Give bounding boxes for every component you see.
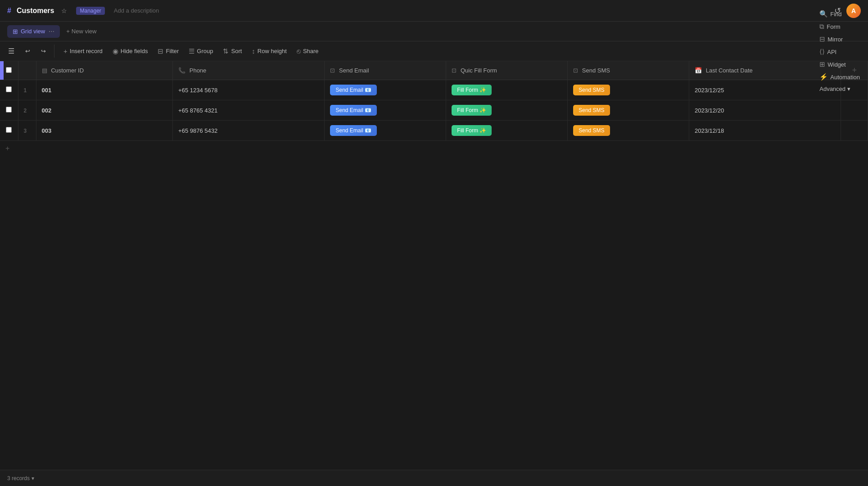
tab-options-icon[interactable]: ⋯	[49, 28, 54, 35]
table-row: 1 001 +65 1234 5678 Send Email 📧 Fill Fo…	[0, 80, 868, 100]
form-button[interactable]: ⧉ Form	[815, 20, 845, 33]
table-wrapper: ▤ Customer ID 📞 Phone ⊡ Send Email ⊡ Qui…	[0, 61, 868, 470]
col-header-send-sms[interactable]: ⊡ Send SMS	[568, 61, 689, 80]
col-header-phone[interactable]: 📞 Phone	[173, 61, 325, 80]
customer-id-col-icon: ▤	[42, 67, 47, 74]
advanced-chevron-icon: ▾	[847, 86, 850, 92]
row-checkbox-cell[interactable]	[0, 121, 18, 141]
advanced-button[interactable]: Advanced ▾	[815, 83, 864, 94]
mirror-button[interactable]: ⊟ Mirror	[815, 33, 847, 45]
row-height-button[interactable]: ↕ Row height	[247, 45, 291, 57]
send-sms-cell[interactable]: Send SMS	[568, 121, 689, 141]
col-header-customer-id[interactable]: ▤ Customer ID	[36, 61, 173, 80]
find-icon: 🔍	[819, 10, 828, 18]
checkbox-header[interactable]	[0, 61, 18, 80]
grid-view-icon: ⊞	[13, 28, 18, 35]
col-header-last-contact[interactable]: 📅 Last Contact Date	[689, 61, 841, 80]
select-all-checkbox[interactable]	[6, 67, 12, 73]
send-sms-button[interactable]: Send SMS	[573, 125, 610, 136]
grid-view-tab[interactable]: ⊞ Grid view ⋯	[7, 25, 60, 38]
main-table: ▤ Customer ID 📞 Phone ⊡ Send Email ⊡ Qui…	[0, 61, 868, 141]
mirror-label: Mirror	[827, 36, 843, 43]
phone-col-label: Phone	[190, 67, 207, 74]
row-checkbox-cell[interactable]	[0, 80, 18, 100]
table-body: 1 001 +65 1234 5678 Send Email 📧 Fill Fo…	[0, 80, 868, 141]
send-email-col-label: Send Email	[339, 67, 369, 74]
add-column-icon[interactable]: +	[846, 66, 862, 75]
insert-record-button[interactable]: + Insert record	[59, 45, 107, 57]
star-icon[interactable]: ☆	[61, 7, 67, 14]
col-header-fill-form[interactable]: ⊡ Quic Fill Form	[446, 61, 568, 80]
add-row-button[interactable]: +	[0, 141, 868, 156]
group-icon: ☰	[189, 47, 194, 55]
records-count-label: 3 records	[7, 475, 30, 482]
last-contact-value: 2023/12/18	[695, 127, 724, 134]
row-checkbox[interactable]	[6, 86, 12, 92]
insert-icon: +	[63, 47, 68, 55]
add-column-header[interactable]: +	[841, 61, 868, 80]
customer-id-value: 003	[42, 127, 52, 134]
bottom-bar: 3 records ▾	[0, 470, 868, 486]
add-description[interactable]: Add a description	[114, 7, 159, 14]
manager-badge: Manager	[76, 7, 104, 15]
row-number: 1	[24, 87, 27, 94]
new-view-button[interactable]: + New view	[62, 25, 101, 37]
send-sms-cell[interactable]: Send SMS	[568, 100, 689, 121]
send-email-cell[interactable]: Send Email 📧	[325, 121, 446, 141]
hide-fields-icon: ◉	[113, 47, 118, 55]
mirror-icon: ⊟	[819, 35, 825, 43]
fill-form-button[interactable]: Fill Form ✨	[452, 105, 492, 116]
phone-value: +65 9876 5432	[178, 127, 217, 134]
send-sms-button[interactable]: Send SMS	[573, 85, 610, 95]
sort-button[interactable]: ⇅ Sort	[218, 45, 246, 58]
send-email-button[interactable]: Send Email 📧	[330, 105, 377, 116]
row-number-cell: 3	[18, 121, 36, 141]
send-email-button[interactable]: Send Email 📧	[330, 125, 377, 136]
customer-id-value: 001	[42, 87, 52, 94]
row-checkbox[interactable]	[6, 107, 12, 112]
fill-form-cell[interactable]: Fill Form ✨	[446, 121, 568, 141]
fill-form-cell[interactable]: Fill Form ✨	[446, 100, 568, 121]
row-checkbox[interactable]	[6, 127, 12, 133]
col-header-send-email[interactable]: ⊡ Send Email	[325, 61, 446, 80]
sort-icon: ⇅	[223, 47, 229, 55]
new-view-label: New view	[72, 28, 97, 35]
send-email-button[interactable]: Send Email 📧	[330, 85, 377, 95]
advanced-label: Advanced	[819, 86, 845, 92]
nav-back-btn[interactable]: ↩	[21, 45, 35, 57]
nav-collapse-btn[interactable]: ☰	[4, 45, 19, 58]
phone-value: +65 1234 5678	[178, 87, 217, 94]
send-sms-cell[interactable]: Send SMS	[568, 80, 689, 100]
group-button[interactable]: ☰ Group	[184, 45, 217, 58]
row-checkbox-cell[interactable]	[0, 100, 18, 121]
table-title: Customers	[17, 7, 54, 15]
nav-forward-btn[interactable]: ↪	[36, 45, 50, 57]
row-number-header	[18, 61, 36, 80]
share-icon: ⎋	[297, 47, 301, 55]
row-number-cell: 1	[18, 80, 36, 100]
fill-form-button[interactable]: Fill Form ✨	[452, 125, 492, 136]
row-height-label: Row height	[258, 48, 287, 54]
phone-value: +65 8765 4321	[178, 107, 217, 114]
fill-form-cell[interactable]: Fill Form ✨	[446, 80, 568, 100]
send-email-cell[interactable]: Send Email 📧	[325, 80, 446, 100]
last-contact-cell: 2023/12/20	[689, 100, 841, 121]
fill-form-button[interactable]: Fill Form ✨	[452, 85, 492, 95]
customer-id-col-label: Customer ID	[51, 67, 84, 74]
find-button[interactable]: 🔍 Find	[815, 8, 846, 20]
phone-cell: +65 9876 5432	[173, 121, 325, 141]
api-button[interactable]: ⟨⟩ API	[815, 45, 841, 58]
hide-fields-button[interactable]: ◉ Hide fields	[108, 45, 153, 58]
last-contact-col-label: Last Contact Date	[706, 67, 753, 74]
filter-button[interactable]: ⊟ Filter	[153, 45, 183, 58]
fill-form-col-icon: ⊡	[452, 67, 457, 74]
filter-icon: ⊟	[158, 47, 163, 55]
send-sms-button[interactable]: Send SMS	[573, 105, 610, 116]
customer-id-cell: 001	[36, 80, 173, 100]
row-height-icon: ↕	[252, 47, 255, 55]
share-button[interactable]: ⎋ Share	[292, 45, 323, 57]
records-count[interactable]: 3 records ▾	[7, 475, 34, 482]
row-number: 2	[24, 108, 27, 114]
phone-cell: +65 8765 4321	[173, 100, 325, 121]
send-email-cell[interactable]: Send Email 📧	[325, 100, 446, 121]
